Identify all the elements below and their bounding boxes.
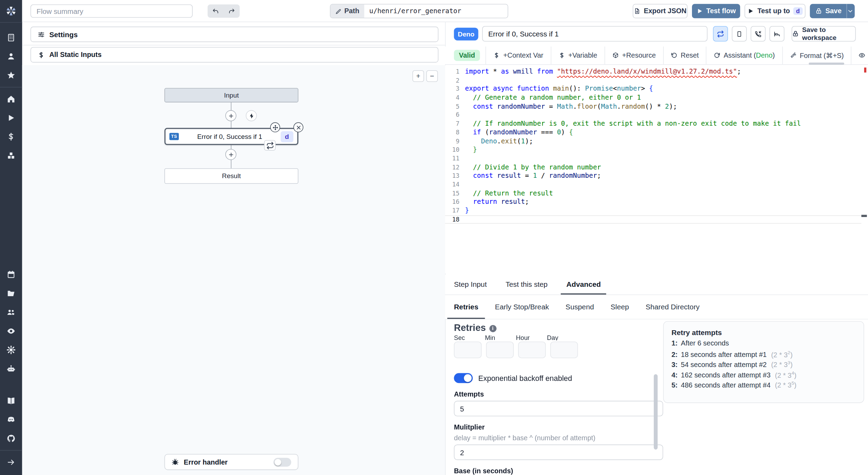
docs-book-icon[interactable] <box>0 392 22 409</box>
plus-icon <box>228 151 234 158</box>
retry-hour-input[interactable] <box>518 342 546 358</box>
suspend-quick-button[interactable] <box>751 26 766 42</box>
tab-advanced[interactable]: Advanced <box>561 280 606 294</box>
retry-day-input[interactable] <box>550 342 578 358</box>
path-field[interactable]: Path u/henri/error_generator <box>330 4 508 18</box>
favorites-star-icon[interactable] <box>0 67 22 84</box>
subtab-suspend[interactable]: Suspend <box>566 303 594 319</box>
home-icon[interactable] <box>0 91 22 107</box>
save-menu-chevron-icon[interactable] <box>847 5 854 18</box>
step-name-input[interactable] <box>482 26 708 42</box>
save-split-button: Save <box>810 4 855 18</box>
file-down-icon <box>634 8 640 14</box>
save-to-workspace-button[interactable]: Save to workspace <box>792 26 856 42</box>
subtab-retries[interactable]: Retries <box>447 303 485 319</box>
error-handler-row[interactable]: Error handler <box>165 454 299 470</box>
tab-test-this-step[interactable]: Test this step <box>506 280 548 294</box>
workspace-icon[interactable] <box>0 30 22 46</box>
retry-attempts-title: Retry attempts <box>671 328 856 336</box>
add-step-button[interactable] <box>225 110 236 121</box>
sleep-quick-button[interactable] <box>769 26 784 42</box>
runs-play-icon[interactable] <box>0 110 22 126</box>
save-button[interactable]: Save <box>810 5 846 18</box>
delete-step-button[interactable] <box>293 122 303 132</box>
all-static-inputs-row[interactable]: All Static Inputs <box>31 47 439 63</box>
flow-settings-label: Settings <box>49 30 78 39</box>
trigger-bolt-button[interactable] <box>246 110 257 121</box>
retries-scrollbar[interactable] <box>654 374 658 450</box>
expand-sidebar-icon[interactable] <box>0 454 22 470</box>
retry-sec-input[interactable] <box>454 342 482 358</box>
toolbar-scrollbar[interactable] <box>809 62 844 65</box>
exponential-backoff-label: Exponential backoff enabled <box>478 374 572 382</box>
retry-min-input[interactable] <box>486 342 514 358</box>
info-icon[interactable]: i <box>489 325 496 332</box>
tab-step-input[interactable]: Step Input <box>454 280 487 294</box>
workers-robot-icon[interactable] <box>0 360 22 377</box>
add-resource-button[interactable]: +Resource <box>605 51 663 59</box>
assistant-button[interactable]: Assistant (Deno) <box>707 51 782 59</box>
windmill-logo-icon[interactable] <box>0 0 22 23</box>
github-icon[interactable] <box>0 430 22 447</box>
graph-result-node[interactable]: Result <box>165 168 299 184</box>
add-step-below-button[interactable] <box>225 149 236 160</box>
lock-icon <box>816 8 822 14</box>
schedules-calendar-icon[interactable] <box>0 266 22 283</box>
sliders-icon <box>37 31 45 38</box>
multiplier-help-text: delay = multiplier * base ^ (number of a… <box>454 434 658 442</box>
multiplier-label: Mulitplier <box>454 424 658 431</box>
subtab-early-stop[interactable]: Early Stop/Break <box>495 303 549 319</box>
discord-icon[interactable] <box>0 411 22 428</box>
resources-icon[interactable] <box>0 147 22 164</box>
exponential-backoff-toggle[interactable] <box>454 373 473 383</box>
retry-time-labels: Sec Min Hour Day <box>454 334 658 341</box>
attempts-input[interactable] <box>454 401 663 416</box>
path-value[interactable]: u/henri/error_generator <box>364 5 466 18</box>
move-icon <box>272 124 278 131</box>
step-tabs: Step Input Test this step Advanced <box>445 275 868 295</box>
retries-quick-button[interactable] <box>713 26 728 42</box>
flow-summary-input[interactable] <box>31 5 193 18</box>
editor-toolbar: Valid +Context Var +Variable +Resource R… <box>445 47 868 65</box>
variables-dollar-icon[interactable] <box>0 128 22 145</box>
app-sidebar <box>0 0 22 475</box>
typescript-badge: TS <box>169 133 179 140</box>
zoom-out-button[interactable]: − <box>426 70 438 82</box>
test-up-to-button[interactable]: Test up to d <box>744 4 805 18</box>
user-icon[interactable] <box>0 48 22 65</box>
groups-icon[interactable] <box>0 304 22 320</box>
audit-eye-icon[interactable] <box>0 323 22 340</box>
subtab-shared-directory[interactable]: Shared Directory <box>645 303 700 319</box>
subtab-sleep[interactable]: Sleep <box>611 303 629 319</box>
redo-icon[interactable] <box>224 5 240 18</box>
flow-settings-row[interactable]: Settings <box>31 27 439 42</box>
explore-scripts-button[interactable]: Explore other s <box>852 51 868 59</box>
flow-graph-canvas[interactable] <box>22 65 445 475</box>
error-handler-toggle[interactable] <box>274 458 291 467</box>
test-flow-button[interactable]: Test flow <box>692 4 740 18</box>
code-editor[interactable]: 1import * as wmill from "https://deno.la… <box>445 65 868 273</box>
format-button[interactable]: Format (⌘+S) <box>783 51 851 59</box>
folders-icon[interactable] <box>0 285 22 302</box>
step-retry-indicator[interactable] <box>264 140 276 150</box>
settings-gear-icon[interactable] <box>0 342 22 358</box>
zoom-in-button[interactable]: + <box>412 70 424 82</box>
undo-redo-group <box>208 5 240 18</box>
dollar-icon <box>37 51 45 58</box>
move-step-button[interactable] <box>270 122 280 132</box>
play-icon <box>696 8 703 14</box>
add-variable-button[interactable]: +Variable <box>551 51 604 59</box>
early-stop-quick-button[interactable] <box>732 26 747 42</box>
multiplier-input[interactable] <box>454 444 663 460</box>
phone-icon <box>754 30 762 38</box>
play-icon <box>748 8 754 14</box>
export-json-button[interactable]: Export JSON <box>633 4 687 18</box>
bug-icon <box>172 458 179 466</box>
add-context-var-button[interactable]: +Context Var <box>486 51 551 59</box>
step-id-badge: d <box>281 131 293 142</box>
package-icon <box>612 52 619 59</box>
base-label: Base (in seconds) <box>454 467 658 475</box>
undo-icon[interactable] <box>208 5 224 18</box>
graph-input-node[interactable]: Input <box>165 88 299 102</box>
reset-button[interactable]: Reset <box>663 51 706 59</box>
